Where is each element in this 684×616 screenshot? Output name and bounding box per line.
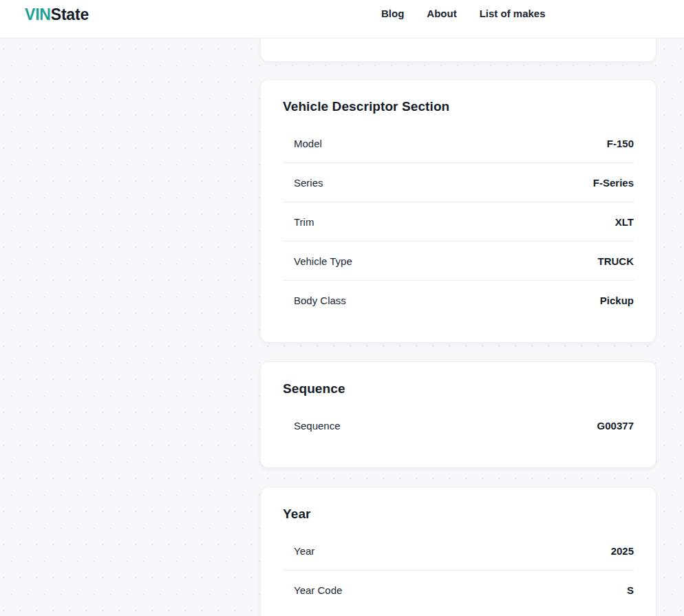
site-logo[interactable]: VINState [25, 6, 89, 24]
row-value: F-150 [607, 138, 634, 149]
row-label: Sequence [294, 420, 341, 432]
header: VINState Blog About List of makes [0, 0, 684, 39]
page-background: Vehicle Descriptor Section Model F-150 S… [0, 39, 684, 616]
table-row: Model F-150 [283, 124, 634, 163]
row-value: 2025 [611, 545, 634, 557]
card-partial-top [260, 39, 656, 62]
row-value: S [627, 584, 634, 596]
row-label: Year [294, 545, 314, 557]
row-label: Year Code [294, 584, 342, 596]
logo-accent-text: VIN [25, 6, 51, 23]
row-label: Body Class [294, 295, 346, 306]
card-rows: Model F-150 Series F-Series Trim XLT Veh… [283, 124, 634, 320]
row-label: Series [294, 177, 323, 189]
row-label: Trim [294, 216, 314, 228]
nav-link-list-of-makes[interactable]: List of makes [480, 8, 546, 19]
top-navigation: Blog About List of makes [381, 8, 546, 19]
logo-rest-text: State [51, 6, 89, 23]
nav-link-blog[interactable]: Blog [381, 8, 404, 19]
card-rows: Sequence G00377 [283, 406, 634, 445]
card-title: Year [283, 507, 634, 522]
card-sequence: Sequence Sequence G00377 [260, 361, 656, 468]
table-row: Sequence G00377 [283, 406, 634, 445]
row-value: G00377 [597, 420, 634, 432]
card-rows: Year 2025 Year Code S [283, 531, 634, 610]
card-title: Sequence [283, 381, 634, 396]
table-row: Vehicle Type TRUCK [283, 242, 634, 281]
card-vehicle-descriptor-section: Vehicle Descriptor Section Model F-150 S… [260, 79, 656, 343]
row-value: F-Series [593, 177, 634, 189]
row-value: XLT [615, 216, 634, 228]
table-row: Year Code S [283, 571, 634, 610]
table-row: Series F-Series [283, 163, 634, 202]
row-label: Model [294, 138, 322, 149]
table-row: Year 2025 [283, 531, 634, 571]
card-title: Vehicle Descriptor Section [283, 99, 634, 114]
card-year: Year Year 2025 Year Code S [260, 487, 656, 616]
table-row: Body Class Pickup [283, 281, 634, 320]
row-value: TRUCK [598, 255, 634, 267]
row-value: Pickup [600, 295, 634, 306]
table-row: Trim XLT [283, 202, 634, 242]
row-label: Vehicle Type [294, 255, 352, 267]
nav-link-about[interactable]: About [427, 8, 456, 19]
results-column: Vehicle Descriptor Section Model F-150 S… [260, 39, 656, 616]
